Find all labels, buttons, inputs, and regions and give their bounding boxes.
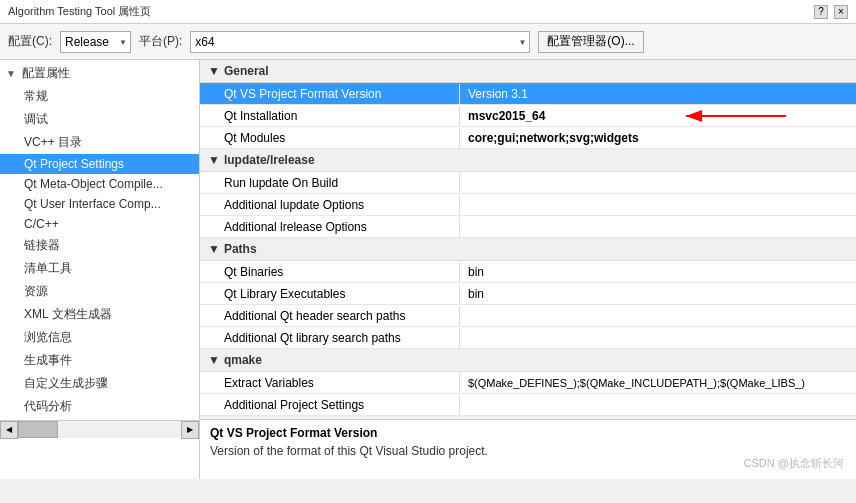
section-lupdate-header[interactable]: ▼ lupdate/lrelease bbox=[200, 149, 856, 172]
section-lupdate-collapse-icon: ▼ bbox=[208, 153, 220, 167]
prop-value-extract-vars: $(QMake_DEFINES_);$(QMake_INCLUDEPATH_);… bbox=[460, 374, 856, 392]
prop-name-qt-lib-paths: Additional Qt library search paths bbox=[200, 328, 460, 348]
platform-select-wrapper: x64 bbox=[190, 31, 530, 53]
prop-row-additional-lupdate[interactable]: Additional lupdate Options bbox=[200, 194, 856, 216]
prop-value-qt-lib-paths bbox=[460, 335, 856, 341]
config-manager-button[interactable]: 配置管理器(O)... bbox=[538, 31, 643, 53]
right-panel: ▼ General Qt VS Project Format Version V… bbox=[200, 60, 856, 479]
title-bar-buttons: ? × bbox=[814, 5, 848, 19]
section-qmake-collapse-icon: ▼ bbox=[208, 353, 220, 367]
prop-name-qt-lib-executables: Qt Library Executables bbox=[200, 284, 460, 304]
section-general-label: General bbox=[224, 64, 269, 78]
content-wrapper: ▼ General Qt VS Project Format Version V… bbox=[200, 60, 856, 419]
prop-row-additional-project[interactable]: Additional Project Settings bbox=[200, 394, 856, 416]
sidebar-scrollbar: ◀ ▶ bbox=[0, 420, 199, 438]
section-qmake-label: qmake bbox=[224, 353, 262, 367]
sidebar-item-custom-build[interactable]: 自定义生成步骤 bbox=[0, 372, 199, 395]
section-paths-header[interactable]: ▼ Paths bbox=[200, 238, 856, 261]
prop-row-qt-installation[interactable]: Qt Installation msvc2015_64 bbox=[200, 105, 856, 127]
sidebar-root-header[interactable]: ▼ 配置属性 bbox=[0, 62, 199, 85]
sidebar-group-root: ▼ 配置属性 常规 调试 VC++ 目录 Qt Project Settings… bbox=[0, 60, 199, 420]
sidebar-item-build-events[interactable]: 生成事件 bbox=[0, 349, 199, 372]
sidebar-item-code-analysis[interactable]: 代码分析 bbox=[0, 395, 199, 418]
sidebar-item-qt-ui[interactable]: Qt User Interface Comp... bbox=[0, 194, 199, 214]
prop-name-qt-binaries: Qt Binaries bbox=[200, 262, 460, 282]
section-lupdate-label: lupdate/lrelease bbox=[224, 153, 315, 167]
prop-name-additional-lupdate: Additional lupdate Options bbox=[200, 195, 460, 215]
prop-name-additional-project: Additional Project Settings bbox=[200, 395, 460, 415]
prop-value-qt-header-paths bbox=[460, 313, 856, 319]
prop-value-qt-installation: msvc2015_64 bbox=[460, 106, 856, 126]
prop-row-additional-lrelease[interactable]: Additional lrelease Options bbox=[200, 216, 856, 238]
scroll-left-btn[interactable]: ◀ bbox=[0, 421, 18, 439]
sidebar: ▼ 配置属性 常规 调试 VC++ 目录 Qt Project Settings… bbox=[0, 60, 200, 479]
prop-row-extract-vars[interactable]: Extract Variables $(QMake_DEFINES_);$(QM… bbox=[200, 372, 856, 394]
config-label: 配置(C): bbox=[8, 33, 52, 50]
prop-value-qt-vs-version: Version 3.1 bbox=[460, 84, 856, 104]
description-bar: Qt VS Project Format Version Version of … bbox=[200, 419, 856, 479]
collapse-icon: ▼ bbox=[6, 68, 18, 80]
prop-row-qt-modules[interactable]: Qt Modules core;gui;network;svg;widgets bbox=[200, 127, 856, 149]
prop-name-qt-vs-version: Qt VS Project Format Version bbox=[200, 84, 460, 104]
sidebar-root-label: 配置属性 bbox=[22, 65, 70, 82]
help-button[interactable]: ? bbox=[814, 5, 828, 19]
sidebar-item-vcdirs[interactable]: VC++ 目录 bbox=[0, 131, 199, 154]
prop-row-run-lupdate[interactable]: Run lupdate On Build bbox=[200, 172, 856, 194]
sidebar-item-debug[interactable]: 调试 bbox=[0, 108, 199, 131]
section-general-collapse-icon: ▼ bbox=[208, 64, 220, 78]
scroll-thumb[interactable] bbox=[18, 421, 58, 438]
section-paths-collapse-icon: ▼ bbox=[208, 242, 220, 256]
prop-name-additional-lrelease: Additional lrelease Options bbox=[200, 217, 460, 237]
prop-row-qt-header-paths[interactable]: Additional Qt header search paths bbox=[200, 305, 856, 327]
prop-value-qt-binaries: bin bbox=[460, 262, 856, 282]
prop-value-run-lupdate bbox=[460, 180, 856, 186]
close-button[interactable]: × bbox=[834, 5, 848, 19]
config-select[interactable]: Release bbox=[60, 31, 131, 53]
window-title: Algorithm Testing Tool 属性页 bbox=[8, 4, 151, 19]
prop-row-qt-vs-version[interactable]: Qt VS Project Format Version Version 3.1 bbox=[200, 83, 856, 105]
prop-row-qt-binaries[interactable]: Qt Binaries bin bbox=[200, 261, 856, 283]
sidebar-item-general[interactable]: 常规 bbox=[0, 85, 199, 108]
prop-value-additional-lupdate bbox=[460, 202, 856, 208]
description-title: Qt VS Project Format Version bbox=[210, 426, 846, 440]
prop-name-qt-installation: Qt Installation bbox=[200, 106, 460, 126]
toolbar: 配置(C): Release 平台(P): x64 配置管理器(O)... bbox=[0, 24, 856, 60]
sidebar-item-browse[interactable]: 浏览信息 bbox=[0, 326, 199, 349]
section-qmake-header[interactable]: ▼ qmake bbox=[200, 349, 856, 372]
main-container: ▼ 配置属性 常规 调试 VC++ 目录 Qt Project Settings… bbox=[0, 60, 856, 479]
prop-name-qt-header-paths: Additional Qt header search paths bbox=[200, 306, 460, 326]
title-bar: Algorithm Testing Tool 属性页 ? × bbox=[0, 0, 856, 24]
prop-row-qt-lib-paths[interactable]: Additional Qt library search paths bbox=[200, 327, 856, 349]
config-select-wrapper: Release bbox=[60, 31, 131, 53]
scroll-right-btn[interactable]: ▶ bbox=[181, 421, 199, 439]
platform-label: 平台(P): bbox=[139, 33, 182, 50]
sidebar-item-cpp[interactable]: C/C++ bbox=[0, 214, 199, 234]
prop-value-qt-modules: core;gui;network;svg;widgets bbox=[460, 128, 856, 148]
content-scroll[interactable]: ▼ General Qt VS Project Format Version V… bbox=[200, 60, 856, 419]
prop-name-qt-modules: Qt Modules bbox=[200, 128, 460, 148]
prop-value-additional-project bbox=[460, 402, 856, 408]
sidebar-item-xmldoc[interactable]: XML 文档生成器 bbox=[0, 303, 199, 326]
section-paths-label: Paths bbox=[224, 242, 257, 256]
sidebar-item-qt-meta[interactable]: Qt Meta-Object Compile... bbox=[0, 174, 199, 194]
scroll-track bbox=[18, 421, 181, 438]
sidebar-item-qt-project-settings[interactable]: Qt Project Settings bbox=[0, 154, 199, 174]
prop-row-qt-lib-executables[interactable]: Qt Library Executables bin bbox=[200, 283, 856, 305]
sidebar-item-manifest[interactable]: 清单工具 bbox=[0, 257, 199, 280]
platform-select[interactable]: x64 bbox=[190, 31, 530, 53]
section-general-header[interactable]: ▼ General bbox=[200, 60, 856, 83]
prop-value-qt-lib-executables: bin bbox=[460, 284, 856, 304]
prop-value-additional-lrelease bbox=[460, 224, 856, 230]
prop-name-run-lupdate: Run lupdate On Build bbox=[200, 173, 460, 193]
sidebar-item-resources[interactable]: 资源 bbox=[0, 280, 199, 303]
prop-name-extract-vars: Extract Variables bbox=[200, 373, 460, 393]
description-text: Version of the format of this Qt Visual … bbox=[210, 444, 846, 458]
sidebar-item-linker[interactable]: 链接器 bbox=[0, 234, 199, 257]
section-qml-header[interactable]: ▼ QML bbox=[200, 416, 856, 419]
